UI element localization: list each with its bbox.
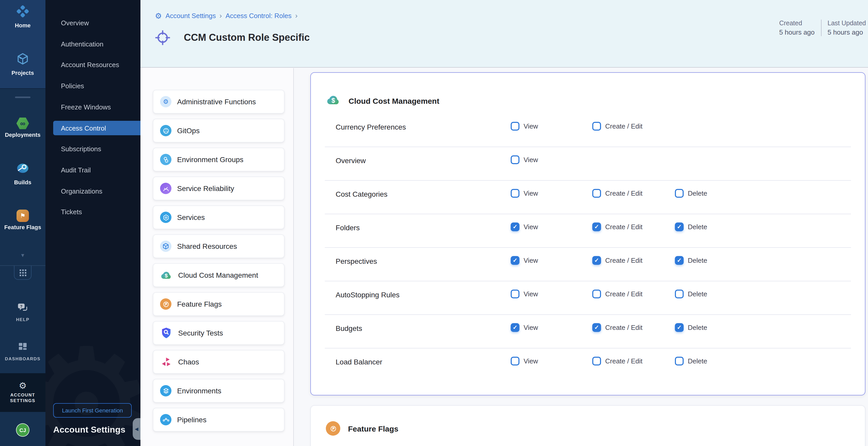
checkbox[interactable] (511, 189, 520, 198)
permission-row-budgets: Budgets✓View✓Create / Edit✓Delete (311, 314, 865, 348)
resource-item-security-tests[interactable]: Security Tests (153, 321, 284, 345)
nav-item-organizations[interactable]: Organizations (45, 181, 141, 201)
checkbox[interactable]: ✓ (675, 256, 684, 265)
resource-item-services[interactable]: Services (153, 205, 284, 229)
nav-item-tickets[interactable]: Tickets (45, 201, 141, 223)
checkbox[interactable]: ✓ (592, 222, 601, 231)
service-reliability-icon (160, 183, 172, 194)
permission-perspectives-view[interactable]: ✓View (511, 256, 538, 265)
permission-row-autostopping-rules: AutoStopping RulesViewCreate / EditDelet… (311, 281, 865, 314)
checkbox[interactable] (511, 290, 520, 298)
breadcrumb-separator: › (219, 11, 222, 20)
checkbox[interactable] (675, 189, 684, 198)
checkbox[interactable] (592, 189, 601, 198)
permission-load-balancer-create-edit[interactable]: Create / Edit (592, 357, 643, 365)
resource-item-administrative-functions[interactable]: ⚙Administrative Functions (153, 90, 284, 114)
checkbox[interactable] (511, 357, 520, 365)
permission-budgets-view[interactable]: ✓View (511, 323, 538, 332)
rail-item-label: ACCOUNT SETTINGS (5, 392, 41, 404)
rail-item-account-settings[interactable]: ⚙ ACCOUNT SETTINGS (0, 373, 45, 412)
permission-row-overview: OverviewView (311, 147, 865, 180)
resource-item-pipelines[interactable]: Pipelines (153, 408, 284, 432)
settings-sidenav: ⚙ OverviewAuthenticationAccount Resource… (45, 0, 141, 446)
permission-overview-view[interactable]: View (511, 155, 538, 164)
rail-item-feature-flags[interactable]: ⚑Feature Flags (0, 210, 45, 230)
svg-text:?: ? (20, 304, 23, 309)
nav-item-account-resources[interactable]: Account Resources (45, 55, 141, 75)
nav-item-authentication[interactable]: Authentication (45, 33, 141, 55)
rail-item-deployments[interactable]: ∞Deployments (0, 117, 45, 138)
resource-item-feature-flags[interactable]: Feature Flags (153, 292, 284, 316)
rail-item-dashboards[interactable]: DASHBOARDS (0, 341, 45, 362)
resource-item-environment-groups[interactable]: Environment Groups (153, 148, 284, 171)
breadcrumb-link-account-settings[interactable]: Account Settings (165, 11, 216, 19)
rail-item-help[interactable]: ?HELP (0, 302, 45, 323)
permission-rows: Currency PreferencesViewCreate / EditOve… (311, 113, 865, 381)
launch-first-generation-button[interactable]: Launch First Generation (53, 403, 132, 418)
resource-item-chaos[interactable]: Chaos (153, 350, 284, 374)
checkbox[interactable]: ✓ (592, 323, 601, 332)
sidenav-collapse-handle[interactable]: ◀ (133, 418, 141, 440)
permission-folders-delete[interactable]: ✓Delete (675, 222, 707, 231)
nav-item-access-control[interactable]: Access Control (45, 118, 141, 138)
breadcrumb-link-access-control-roles[interactable]: Access Control: Roles (225, 11, 291, 19)
checkbox[interactable]: ✓ (511, 222, 520, 231)
checkbox[interactable]: ✓ (675, 323, 684, 332)
nav-item-policies[interactable]: Policies (45, 75, 141, 97)
resource-item-cloud-cost-management[interactable]: $Cloud Cost Management (153, 263, 284, 287)
permission-cost-categories-delete[interactable]: Delete (675, 189, 707, 198)
chevron-down-icon[interactable]: ▼ (0, 252, 45, 258)
resource-item-environments[interactable]: Environments (153, 379, 284, 403)
created-block: Created 5 hours ago (779, 20, 814, 36)
avatar[interactable]: CJ (16, 423, 29, 437)
permission-autostopping-rules-view[interactable]: View (511, 290, 538, 298)
permission-cost-categories-view[interactable]: View (511, 189, 538, 198)
flag-circle-icon (160, 298, 172, 310)
rail-divider-dash (15, 97, 30, 98)
permission-budgets-create-edit[interactable]: ✓Create / Edit (592, 323, 643, 332)
permission-folders-create-edit[interactable]: ✓Create / Edit (592, 222, 643, 231)
dashboards-icon (18, 341, 28, 354)
checkbox[interactable]: ✓ (511, 323, 520, 332)
nav-item-freeze-windows[interactable]: Freeze Windows (45, 97, 141, 118)
nav-item-audit-trail[interactable]: Audit Trail (45, 160, 141, 181)
checkbox[interactable]: ✓ (675, 222, 684, 231)
feature-flags-panel: Feature Flags (310, 405, 865, 446)
permission-perspectives-create-edit[interactable]: ✓Create / Edit (592, 256, 643, 265)
permission-currency-preferences-view[interactable]: View (511, 122, 538, 131)
services-icon (160, 212, 172, 223)
app-root: ▼ ⚙ ACCOUNT SETTINGS CJ HomeProjects∞Dep… (0, 0, 868, 446)
resource-item-shared-resources[interactable]: Shared Resources (153, 234, 284, 258)
rail-item-builds[interactable]: Builds (0, 162, 45, 185)
checkbox[interactable] (592, 357, 601, 365)
last-updated-label: Last Updated (828, 20, 866, 27)
meta-divider (821, 20, 821, 36)
permission-budgets-delete[interactable]: ✓Delete (675, 323, 707, 332)
permission-folders-view[interactable]: ✓View (511, 222, 538, 231)
permission-cost-categories-create-edit[interactable]: Create / Edit (592, 189, 643, 198)
content-area: ⚙Account Settings›Access Control: Roles›… (141, 0, 868, 446)
gear-icon: ⚙ (155, 11, 162, 19)
checkbox[interactable]: ✓ (592, 256, 601, 265)
permission-perspectives-delete[interactable]: ✓Delete (675, 256, 707, 265)
checkbox[interactable] (511, 122, 520, 131)
rail-item-projects[interactable]: Projects (0, 52, 45, 76)
resource-item-gitops[interactable]: GitOps (153, 119, 284, 142)
permission-load-balancer-delete[interactable]: Delete (675, 357, 707, 365)
module-grid-button[interactable] (14, 265, 31, 280)
gitops-icon (160, 125, 172, 136)
checkbox[interactable] (675, 357, 684, 365)
checkbox[interactable] (592, 122, 601, 131)
nav-item-subscriptions[interactable]: Subscriptions (45, 138, 141, 160)
checkbox[interactable] (592, 290, 601, 298)
nav-item-overview[interactable]: Overview (45, 12, 141, 34)
permission-autostopping-rules-delete[interactable]: Delete (675, 290, 707, 298)
checkbox[interactable]: ✓ (511, 256, 520, 265)
permission-autostopping-rules-create-edit[interactable]: Create / Edit (592, 290, 643, 298)
checkbox[interactable] (675, 290, 684, 298)
permission-currency-preferences-create-edit[interactable]: Create / Edit (592, 122, 643, 131)
resource-item-service-reliability[interactable]: Service Reliability (153, 177, 284, 200)
checkbox[interactable] (511, 155, 520, 164)
permission-load-balancer-view[interactable]: View (511, 357, 538, 365)
rail-item-home[interactable]: Home (0, 5, 45, 28)
